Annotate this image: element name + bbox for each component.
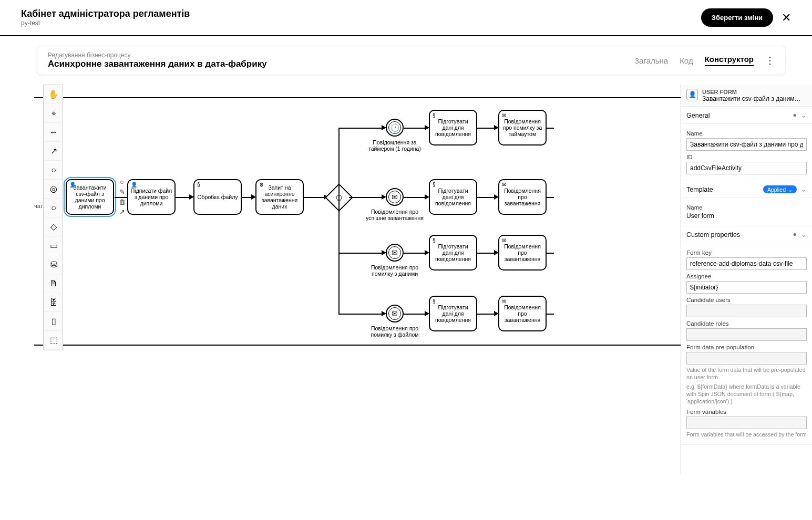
section-custom-header[interactable]: Custom properties ●⌄ — [681, 226, 812, 243]
dot-icon: ● — [793, 111, 797, 119]
task-msg-r2[interactable]: ✉Повідомлення про завантаження — [498, 179, 547, 215]
message-event-file-error[interactable]: ✉ — [386, 305, 404, 323]
candidate-roles-input[interactable] — [686, 328, 807, 341]
tab-code[interactable]: Код — [680, 56, 693, 65]
mail-icon: ✉ — [502, 298, 506, 305]
close-button[interactable]: ✕ — [782, 11, 791, 25]
timer-event[interactable]: 🕐 — [386, 119, 404, 137]
script-icon: § — [433, 237, 436, 244]
task-prep-r3[interactable]: §Підготувати дані для повідомлення — [429, 235, 477, 271]
end-event-icon[interactable]: ○ — [44, 199, 64, 217]
start-event-icon[interactable]: ○ — [44, 161, 64, 180]
space-tool-icon[interactable]: ↔ — [44, 123, 64, 142]
section-template-header[interactable]: Template Applied ⌄ ⌄ — [681, 181, 812, 198]
ctx-connect-icon[interactable]: ↗ — [117, 208, 127, 216]
prepop-hint1: Value of the form data that will be pre-… — [686, 367, 807, 381]
message-event-file-error-label: Повідомлення про помилку з файлом — [366, 325, 424, 338]
intermediate-event-icon[interactable]: ◎ — [44, 180, 64, 199]
task-async-request[interactable]: ⚙ Запит на асинхронне завантаження даних — [255, 179, 304, 215]
database-icon[interactable]: 🗄 — [44, 293, 64, 312]
script-icon: § — [433, 298, 436, 305]
process-title: Асинхронне завантаження даних в дата-фаб… — [48, 59, 267, 69]
script-icon: § — [433, 182, 436, 188]
envelope-icon: ✉ — [392, 248, 398, 257]
ctx-annotation-icon[interactable]: ✎ — [117, 188, 127, 196]
tab-constructor[interactable]: Конструктор — [705, 55, 754, 66]
envelope-icon: ✉ — [392, 309, 398, 318]
tab-general[interactable]: Загальна — [634, 56, 668, 65]
id-input[interactable] — [686, 162, 807, 174]
section-general-header[interactable]: General ●⌄ — [681, 107, 812, 124]
mail-icon: ✉ — [502, 112, 506, 119]
message-event-data-error-label: Повідомлення про помилку з даними — [366, 264, 424, 277]
template-name-label: Name — [686, 204, 807, 211]
app-subtitle: py-test — [21, 19, 190, 27]
message-event-data-error[interactable]: ✉ — [386, 244, 404, 262]
envelope-icon: ✉ — [392, 193, 398, 201]
name-label: Name — [686, 130, 807, 137]
chevron-down-icon[interactable]: ⌄ — [801, 231, 807, 238]
app-title: Кабінет адміністратора регламентів — [21, 8, 190, 19]
props-header-name: Завантажити csv-файл з даними пр... — [702, 95, 802, 102]
script-icon: § — [433, 112, 436, 119]
user-form-icon: 👤 — [686, 89, 698, 100]
lasso-tool-icon[interactable]: ⌖ — [44, 104, 64, 123]
prepop-label: Form data pre-population — [686, 344, 807, 350]
gateway-icon[interactable]: ◇ — [44, 217, 64, 236]
candidate-users-label: Candidate users — [686, 297, 807, 303]
formkey-input[interactable] — [686, 257, 807, 270]
assignee-input[interactable] — [686, 281, 807, 294]
ctx-end-event-icon[interactable]: ○ — [117, 178, 127, 186]
clock-icon: 🕐 — [390, 123, 399, 132]
chevron-down-icon[interactable]: ⌄ — [801, 111, 807, 119]
message-event-success[interactable]: ✉ — [386, 188, 404, 206]
formvars-hint: Form variables that will be accessed by … — [686, 431, 807, 439]
tool-palette: ✋ ⌖ ↔ ↗ ○ ◎ ○ ◇ ▭ ⛁ 🗎 🗄 ▯ ⬚ — [43, 85, 63, 350]
task-load-csv[interactable]: 👤 Завантажити csv-файл з даними про дипл… — [66, 179, 114, 215]
task-icon[interactable]: ▭ — [44, 236, 64, 255]
chevron-down-icon[interactable]: ⌄ — [801, 185, 807, 193]
message-event-success-label: Повідомлення про успішне завантаження — [366, 209, 424, 221]
prepop-input[interactable] — [686, 352, 807, 365]
script-icon: § — [197, 182, 200, 188]
pool-icon[interactable]: ▯ — [44, 312, 64, 331]
formvars-input[interactable] — [686, 417, 807, 429]
ctx-delete-icon[interactable]: 🗑 — [117, 198, 127, 206]
more-menu-icon[interactable]: ⋮ — [765, 55, 775, 66]
id-label: ID — [686, 154, 807, 160]
props-header-type: USER FORM — [702, 89, 802, 95]
candidate-users-input[interactable] — [686, 305, 807, 317]
template-applied-badge[interactable]: Applied ⌄ — [763, 185, 797, 193]
task-msg-r1[interactable]: ✉Повідомлення про помилку за таймаутом — [498, 110, 547, 145]
group-icon[interactable]: ⬚ — [44, 331, 64, 350]
data-object-icon[interactable]: 🗎 — [44, 274, 64, 293]
hand-tool-icon[interactable]: ✋ — [44, 85, 64, 104]
user-icon: 👤 — [131, 182, 137, 188]
gear-icon: ⚙ — [259, 182, 264, 188]
task-msg-r3[interactable]: ✉Повідомлення про завантаження — [498, 235, 547, 271]
task-sign-file[interactable]: 👤 Підписати файл з даними про дипломи — [127, 179, 176, 215]
user-icon: 👤 — [69, 182, 76, 188]
task-prep-r1[interactable]: §Підготувати дані для повідомлення — [429, 110, 477, 145]
task-process-file[interactable]: § Обробка файлу — [193, 179, 242, 215]
task-msg-r4[interactable]: ✉Повідомлення про завантаження — [498, 296, 547, 331]
dot-icon: ● — [793, 231, 797, 238]
assignee-label: Assignee — [686, 273, 807, 279]
properties-panel: 👤 USER FORM Завантажити csv-файл з даним… — [681, 85, 812, 473]
template-name-value: User form — [686, 212, 807, 220]
task-prep-r4[interactable]: §Підготувати дані для повідомлення — [429, 296, 477, 331]
formkey-label: Form key — [686, 249, 807, 256]
timer-event-label: Повідомлення за таймером (1 година) — [366, 139, 424, 152]
data-store-icon[interactable]: ⛁ — [44, 255, 64, 274]
connect-tool-icon[interactable]: ↗ — [44, 142, 64, 161]
mail-icon: ✉ — [502, 237, 506, 244]
breadcrumb: Редагування бізнес-процесу — [48, 51, 267, 59]
mail-icon: ✉ — [502, 182, 506, 188]
formvars-label: Form variables — [686, 409, 807, 415]
candidate-roles-label: Candidate roles — [686, 320, 807, 327]
task-prep-r2[interactable]: §Підготувати дані для повідомлення — [429, 179, 477, 215]
prepop-hint2: e.g. ${formData} where formData is a var… — [686, 383, 807, 405]
save-button[interactable]: Зберегти зміни — [701, 8, 773, 27]
name-input[interactable] — [686, 138, 807, 151]
